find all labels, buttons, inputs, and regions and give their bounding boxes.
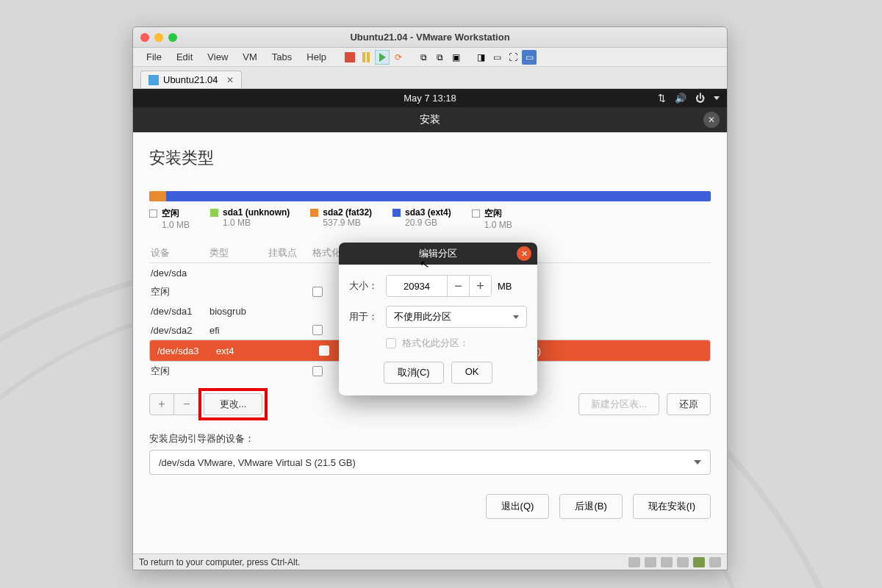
menu-view[interactable]: View [200,49,235,65]
partition-legend: 空闲1.0 MB sda1 (unknown)1.0 MB sda2 (fat3… [149,207,711,230]
status-cd-icon[interactable] [645,557,656,567]
toolbar-stop-icon[interactable] [343,50,357,65]
quit-button[interactable]: 退出(Q) [486,494,550,519]
status-sound-icon[interactable] [709,557,721,567]
dialog-header: 编辑分区 ✕ [339,243,537,265]
use-as-label: 用于： [349,310,386,323]
install-now-button[interactable]: 现在安装(I) [633,494,711,519]
installer-header: 安装 ✕ [133,107,727,132]
back-button[interactable]: 后退(B) [559,494,622,519]
col-device: 设备 [151,246,209,259]
toolbar-screen-icon[interactable]: ▣ [448,50,463,65]
chevron-down-icon [513,315,519,319]
close-dialog-icon[interactable]: ✕ [517,246,531,261]
menu-file[interactable]: File [139,49,169,65]
disk-usage-bar [149,191,711,201]
menu-tabs[interactable]: Tabs [265,49,299,65]
toolbar-view2-icon[interactable]: ▭ [490,50,504,65]
vm-tab-label: Ubuntu21.04 [163,74,218,85]
chevron-down-icon[interactable] [714,96,720,100]
legend-sda3-label: sda3 (ext4) [405,207,451,218]
chevron-down-icon [694,460,701,465]
format-this-label: 格式化此分区： [402,337,469,350]
size-input[interactable] [387,276,447,296]
minimize-window-icon[interactable] [154,33,163,42]
legend-sda2-label: sda2 (fat32) [323,207,372,218]
topbar-datetime: May 7 13:18 [404,93,456,104]
status-hint: To return to your computer, press Ctrl-A… [139,557,300,567]
legend-free1-label: 空闲 [162,207,179,220]
toolbar-restart-icon[interactable]: ⟳ [391,50,406,65]
toolbar-fullscreen-icon[interactable]: ⛶ [506,50,520,65]
tabbar: Ubuntu21.04 ✕ [133,67,727,89]
size-decrement-button[interactable]: − [447,276,469,296]
size-increment-button[interactable]: + [469,276,491,296]
new-partition-table-button[interactable]: 新建分区表... [578,393,659,415]
legend-free1-size: 1.0 MB [149,220,190,230]
menu-vm[interactable]: VM [235,49,265,65]
disk-seg-sda3 [166,191,711,201]
size-unit: MB [498,281,512,292]
network-icon[interactable]: ⇅ [658,93,666,104]
menubar: File Edit View VM Tabs Help ⟳ ⧉ ⧉ ▣ ◨ ▭ … [133,48,727,67]
format-this-checkbox [386,338,396,348]
maximize-window-icon[interactable] [168,33,177,42]
disk-seg-sda2 [149,191,166,201]
add-partition-button[interactable]: + [149,393,174,415]
use-as-select[interactable]: 不使用此分区 [386,306,527,328]
toolbar-unity-icon[interactable]: ▭ [522,50,537,65]
legend-sda2-size: 537.9 MB [310,218,372,228]
remove-partition-button[interactable]: − [174,393,199,415]
legend-free2-label: 空闲 [484,207,502,220]
use-as-value: 不使用此分区 [394,310,451,323]
col-type: 类型 [209,246,268,259]
format-checkbox[interactable] [312,325,323,335]
status-net-icon[interactable] [661,557,673,567]
window-title: Ubuntu21.04 - VMware Workstation [133,32,727,43]
format-checkbox[interactable] [319,345,329,356]
statusbar: To return to your computer, press Ctrl-A… [133,553,727,570]
titlebar: Ubuntu21.04 - VMware Workstation [133,27,727,48]
revert-button[interactable]: 还原 [667,393,711,415]
close-installer-icon[interactable]: ✕ [703,112,720,128]
legend-free2-size: 1.0 MB [472,220,512,230]
bootloader-device-select[interactable]: /dev/sda VMware, VMware Virtual S (21.5 … [149,450,711,475]
edit-partition-dialog: 编辑分区 ✕ 大小： − + MB 用于： 不使用此分区 格式化此分区： 取消(… [339,243,537,395]
menu-edit[interactable]: Edit [169,49,200,65]
status-usb-icon[interactable] [693,557,705,567]
dialog-ok-button[interactable]: OK [451,362,493,384]
volume-icon[interactable]: 🔊 [675,93,686,104]
toolbar-pause-icon[interactable] [359,50,373,65]
size-label: 大小： [349,279,386,293]
toolbar-snapshot-icon[interactable]: ⧉ [416,50,431,65]
power-icon[interactable]: ⏻ [695,93,705,104]
vm-tab-icon [148,75,159,85]
toolbar-view1-icon[interactable]: ◨ [473,50,488,65]
dialog-title: 编辑分区 [419,247,457,260]
close-tab-icon[interactable]: ✕ [226,75,234,85]
toolbar-play-icon[interactable] [375,50,390,65]
highlight-box: 更改... [198,388,268,420]
status-print-icon[interactable] [677,557,689,567]
col-mount: 挂载点 [268,246,312,259]
bootloader-label: 安装启动引导器的设备： [149,432,711,445]
toolbar-manage-icon[interactable]: ⧉ [432,50,447,65]
legend-sda1-label: sda1 (unknown) [223,207,290,218]
vm-tab[interactable]: Ubuntu21.04 ✕ [140,71,242,88]
format-checkbox[interactable] [312,366,323,376]
close-window-icon[interactable] [140,33,149,42]
change-partition-button[interactable]: 更改... [204,393,262,415]
bootloader-device-value: /dev/sda VMware, VMware Virtual S (21.5 … [159,457,356,468]
size-spinner: − + [386,275,492,297]
installer-header-title: 安装 [420,113,440,126]
gnome-topbar: May 7 13:18 ⇅ 🔊 ⏻ [133,89,727,107]
status-hdd-icon[interactable] [628,557,640,567]
legend-sda3-size: 20.9 GB [392,218,451,228]
page-title: 安装类型 [149,147,711,169]
dialog-cancel-button[interactable]: 取消(C) [384,362,444,384]
legend-sda1-size: 1.0 MB [210,218,290,228]
format-checkbox[interactable] [312,287,323,297]
menu-help[interactable]: Help [299,49,334,65]
